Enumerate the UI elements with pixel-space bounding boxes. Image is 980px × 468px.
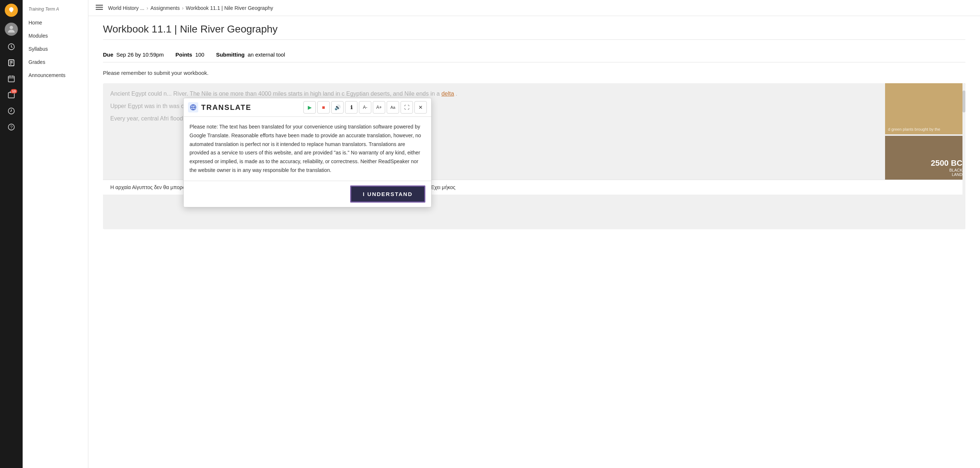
svg-rect-16 — [95, 9, 103, 10]
menu-toggle[interactable] — [95, 4, 103, 12]
sidebar-item-home[interactable]: Home — [23, 16, 88, 29]
svg-text:?: ? — [10, 124, 13, 130]
app-logo[interactable] — [5, 4, 18, 17]
translate-notice: Please note: The text has been translate… — [184, 117, 431, 181]
translate-header: TRANSLATE ▶ ■ 🔊 ℹ A- A+ Aa ⛶ ✕ — [184, 98, 431, 117]
image-1: d green plants brought by the — [885, 83, 966, 134]
sidebar-item-syllabus[interactable]: Syllabus — [23, 42, 88, 56]
sidebar-item-announcements[interactable]: Announcements — [23, 68, 88, 82]
assignment-meta: Due Sep 26 by 10:59pm Points 100 Submitt… — [103, 47, 966, 62]
nav-help-icon[interactable]: ? — [5, 121, 18, 134]
nav-history-icon[interactable] — [5, 104, 18, 118]
page-title: Workbook 11.1 | Nile River Geography — [103, 23, 966, 40]
submitting-section: Submitting an external tool — [216, 51, 285, 58]
content-image-col: d green plants brought by the 2500 BC BL… — [885, 83, 966, 180]
breadcrumb-sep-2: › — [182, 5, 184, 11]
delta-link[interactable]: delta — [441, 91, 454, 97]
scrollbar-thumb — [963, 91, 966, 113]
reminder-text: Please remember to submit your workbook. — [103, 70, 966, 76]
understand-button[interactable]: I UNDERSTAND — [350, 185, 425, 202]
submitting-value: an external tool — [248, 51, 285, 58]
scrollbar[interactable] — [963, 83, 966, 229]
nav-calendar-icon[interactable] — [5, 72, 18, 86]
svg-rect-6 — [8, 76, 14, 82]
sidebar: Training Term A Home Modules Syllabus Gr… — [23, 0, 88, 468]
content-container: Ancient Egypt could n... River. The Nile… — [103, 83, 966, 229]
stop-button[interactable]: ■ — [317, 101, 330, 113]
breadcrumb-course[interactable]: World History ... — [108, 5, 144, 11]
submitting-label: Submitting — [216, 51, 245, 58]
due-label: Due — [103, 51, 113, 58]
sidebar-item-modules[interactable]: Modules — [23, 29, 88, 42]
breadcrumb-assignments[interactable]: Assignments — [150, 5, 180, 11]
fullscreen-button[interactable]: ⛶ — [401, 101, 413, 113]
breadcrumb-current-page: Workbook 11.1 | Nile River Geography — [186, 5, 273, 11]
play-button[interactable]: ▶ — [304, 101, 316, 113]
font-style-button[interactable]: Aa — [387, 101, 399, 113]
sidebar-term: Training Term A — [23, 5, 88, 16]
image-2: 2500 BC BLACKLAND — [885, 136, 966, 180]
due-section: Due Sep 26 by 10:59pm — [103, 51, 164, 58]
translate-panel: TRANSLATE ▶ ■ 🔊 ℹ A- A+ Aa ⛶ ✕ Please no… — [183, 98, 431, 207]
nav-clock-icon[interactable] — [5, 40, 18, 53]
points-section: Points 100 — [176, 51, 204, 58]
points-value: 100 — [195, 51, 204, 58]
nav-grades-icon[interactable]: 13 — [5, 88, 18, 102]
breadcrumb: World History ... › Assignments › Workbo… — [88, 0, 980, 16]
translate-controls: ▶ ■ 🔊 ℹ A- A+ Aa ⛶ ✕ — [304, 101, 427, 113]
info-button[interactable]: ℹ — [345, 101, 358, 113]
points-label: Points — [176, 51, 192, 58]
grades-badge: 13 — [11, 89, 17, 94]
translate-footer: I UNDERSTAND — [184, 181, 431, 207]
volume-button[interactable]: 🔊 — [331, 101, 344, 113]
nav-assignments-icon[interactable] — [5, 56, 18, 69]
breadcrumb-sep-1: › — [146, 5, 148, 11]
sidebar-item-grades[interactable]: Grades — [23, 56, 88, 68]
translate-title: TRANSLATE — [201, 103, 301, 112]
font-decrease-button[interactable]: A- — [359, 101, 371, 113]
font-increase-button[interactable]: A+ — [373, 101, 385, 113]
nav-bar: 13 ? — [0, 0, 23, 468]
paragraph-1: Ancient Egypt could n... River. The Nile… — [110, 91, 878, 97]
due-value: Sep 26 by 10:59pm — [116, 51, 164, 58]
page-area: Workbook 11.1 | Nile River Geography Due… — [88, 16, 980, 468]
svg-point-0 — [10, 26, 13, 29]
svg-rect-14 — [95, 5, 103, 6]
svg-rect-15 — [95, 7, 103, 8]
user-avatar[interactable] — [5, 22, 18, 36]
main-content: World History ... › Assignments › Workbo… — [88, 0, 980, 468]
translate-icon — [188, 102, 198, 113]
close-button[interactable]: ✕ — [414, 101, 427, 113]
